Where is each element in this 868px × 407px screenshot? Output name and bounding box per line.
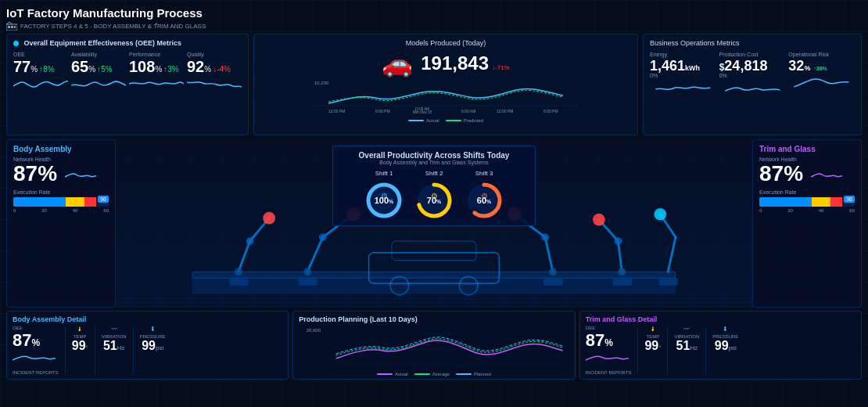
biz-value-risk: 32% ↑39% [788,59,855,73]
oee-label-avail: Availability [71,52,126,57]
trim-detail-title: Trim and Glass Detail [586,315,855,323]
biz-metric-risk: Operational Risk 32% ↑39% [788,52,855,99]
body-bar-red [84,197,96,207]
body-assembly-panel: Body Assembly Network Health 87% Executi… [6,139,116,308]
svg-rect-9 [8,26,10,28]
svg-line-47 [545,237,553,272]
svg-text:6:00 PM: 6:00 PM [543,109,558,113]
svg-point-45 [319,233,327,241]
models-line-chart: 10,200 12:00 PM 6:00 PM 12:00 AM Mon Dec… [260,78,631,113]
business-panel: Business Operations Metrics Energy 1,461… [643,34,862,135]
pp-legend-planned: Planned [456,372,491,376]
biz-metric-energy: Energy 1,461kWh 0% [650,52,716,99]
production-planning-panel: Production Planning (Last 10 Days) 20,00… [292,311,575,380]
svg-text:20,000: 20,000 [307,328,321,333]
oee-label-perf: Performance [129,52,184,57]
body-assembly-title: Body Assembly [13,145,109,153]
oee-value-perf: 108%↑3% [129,59,184,74]
trim-detail-metrics: OEE 87% INCIDENT REPORTS 🌡 TEMP 99° 〰 VI [586,326,855,375]
main-wrapper: IoT Factory Manufacturing Process FACTOR… [0,0,868,407]
legend-predicted: Predicted [446,118,483,123]
prod-planning-title: Production Planning (Last 10 Days) [299,315,569,323]
trim-bar-red [830,197,842,207]
biz-label-risk: Operational Risk [788,52,855,57]
body-detail-oee: OEE 87% INCIDENT REPORTS [13,326,59,375]
body-bar-yellow [66,197,84,207]
svg-rect-62 [543,278,563,286]
body-pressure-value: 99psi [140,340,166,352]
svg-point-59 [654,208,666,221]
shift-1-col: Shift 1 ⚙ 100% [364,170,404,221]
body-detail-vibration: 〰 VIBRATION 51Hz [102,326,127,352]
models-value: 191,843 [421,52,489,74]
shift-2-value: 70% [427,196,441,205]
trim-detail-panel: Trim and Glass Detail OEE 87% INCIDENT R… [579,311,862,380]
shift-2-label: Shift 2 [414,170,454,177]
body-detail-divider [65,327,66,374]
svg-rect-64 [658,278,678,286]
body-bar-badge: 96 [98,196,109,203]
trim-detail-divider2 [667,327,668,374]
body-exec-bar [13,197,109,207]
svg-point-50 [541,233,549,241]
biz-wave-cost [719,78,786,95]
biz-wave-risk [788,73,855,90]
body-detail-temp: 🌡 TEMP 99° [72,326,88,352]
models-title: Models Produced (Today) [260,39,631,47]
oee-label-oee: OEE [13,52,68,57]
oee-wave-avail [71,74,126,92]
oee-wave-perf [129,74,184,92]
biz-sub-cost: 0% [719,73,786,78]
body-health-wave [65,169,96,181]
oee-value-quality: 92%↓-4% [187,59,242,74]
trim-vibration-value: 51Hz [674,340,699,352]
trim-detail-divider3 [705,327,706,374]
biz-wave-energy [650,78,716,95]
shift-1-value: 100% [375,196,394,205]
svg-text:10,200: 10,200 [314,81,329,85]
car-icon: 🚗 [382,49,413,78]
oee-metric-oee: OEE 77%↑8% [13,52,68,95]
body-detail-incident-label: INCIDENT REPORTS [13,370,59,375]
trim-detail-vibration: 〰 VIBRATION 51Hz [674,326,699,352]
trim-bar-nums: 0204060 [759,208,855,213]
svg-rect-60 [229,278,249,286]
shift-2-donut: ⚙ 70% [414,180,454,221]
svg-point-54 [593,214,605,226]
body-detail-oee-value: 87% [13,330,59,351]
biz-label-energy: Energy [650,52,716,57]
svg-rect-63 [613,278,633,286]
prod-planning-chart: 20,000 [299,326,569,369]
svg-point-46 [303,268,311,276]
body-vibration-value: 51Hz [102,340,127,352]
body-exec-label: Execution Rate [13,189,109,195]
trim-health-wave [811,169,842,181]
biz-metric-cost: Production Cost $24,818 0% [719,52,786,99]
oee-value-oee: 77%↑8% [13,59,68,74]
page-title: IoT Factory Manufacturing Process [6,6,206,20]
trim-glass-panel: Trim and Glass Network Health 87% Execut… [752,139,862,308]
header-subtitle: FACTORY STEPS 4 & 5 - BODY ASSEMBLY & TR… [6,21,206,31]
biz-metrics: Energy 1,461kWh 0% Production Cost $24,8… [650,52,855,99]
svg-point-55 [614,237,622,245]
svg-point-51 [549,268,557,276]
top-metrics-row: Overall Equipment Effectiveness (OEE) Me… [6,34,862,135]
productivity-subtitle: Body Assembly and Trim and Glass Systems [343,160,525,165]
legend-actual: Actual [408,118,439,123]
body-detail-pressure: ⬇ PRESSURE 99psi [140,326,166,352]
svg-text:6:00 AM: 6:00 AM [461,109,475,113]
shift-1-label: Shift 1 [364,170,404,177]
svg-text:12:00 PM: 12:00 PM [328,109,345,113]
middle-row: Body Assembly Network Health 87% Executi… [6,139,862,308]
body-network-health-value: 87% [13,162,109,186]
header: IoT Factory Manufacturing Process FACTOR… [6,6,862,31]
oee-metrics-container: OEE 77%↑8% Availability 65%↑5% Performan… [13,52,242,95]
body-bar-nums: 0204060 [13,208,109,213]
svg-point-40 [246,237,254,245]
trim-bar-yellow [812,197,830,207]
shift-2-col: Shift 2 ⚙ 70% [414,170,454,221]
oee-metric-quality: Quality 92%↓-4% [187,52,242,95]
svg-line-37 [239,241,250,272]
body-detail-divider3 [133,327,134,374]
trim-detail-incident-label: INCIDENT REPORTS [586,370,632,375]
